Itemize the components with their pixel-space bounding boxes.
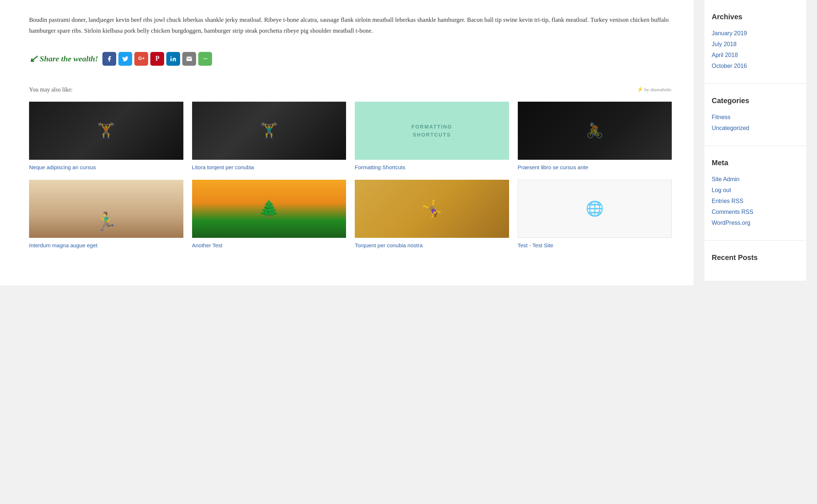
related-item-title: Interdum magna augue eget (29, 241, 183, 249)
related-item-title: Another Test (192, 241, 346, 249)
related-item-title: Torquent per conubia nostra (355, 241, 509, 249)
related-item[interactable]: Praesent libro se cursus ante (518, 102, 672, 171)
related-grid: Neque adipiscing an cursus Litora torqen… (29, 102, 672, 249)
related-item-link[interactable]: Formatting Shortcuts (355, 164, 405, 170)
share-arrow-icon: ↙ (29, 51, 37, 67)
archive-link-jul2018[interactable]: July 2018 (712, 40, 799, 49)
archive-link-apr2018[interactable]: April 2018 (712, 51, 799, 60)
related-item-image (192, 180, 346, 238)
related-item-title: Litora torqent per conubia (192, 163, 346, 171)
related-item-link[interactable]: Interdum magna augue eget (29, 242, 97, 248)
category-link-fitness[interactable]: Fitness (712, 113, 799, 122)
related-item-link[interactable]: Torquent per conubia nostra (355, 242, 423, 248)
related-item-image (355, 180, 509, 238)
related-item-link[interactable]: Another Test (192, 242, 223, 248)
related-item[interactable]: Test - Test Site (518, 180, 672, 249)
related-item-link[interactable]: Test - Test Site (518, 242, 553, 248)
related-item[interactable]: Torquent per conubia nostra (355, 180, 509, 249)
share-more-button[interactable]: ··· (198, 52, 212, 66)
related-item-link[interactable]: Litora torqent per conubia (192, 164, 254, 170)
related-item-image (29, 180, 183, 238)
svg-point-0 (171, 56, 172, 57)
meta-heading: Meta (712, 157, 799, 168)
related-item[interactable]: Interdum magna augue eget (29, 180, 183, 249)
share-twitter-button[interactable] (118, 52, 132, 66)
related-item[interactable]: Another Test (192, 180, 346, 249)
share-googleplus-button[interactable]: G+ (134, 52, 148, 66)
archive-link-oct2016[interactable]: October 2016 (712, 62, 799, 70)
related-label: You may also like: (29, 85, 73, 94)
share-email-button[interactable] (182, 52, 196, 66)
related-item-image (518, 180, 672, 238)
related-item[interactable]: FORMATTING SHORTCUTS Formatting Shortcut… (355, 102, 509, 171)
related-item-title: Formatting Shortcuts (355, 163, 509, 171)
archive-link-jan2019[interactable]: January 2019 (712, 29, 799, 38)
sidebar-meta: Meta Site Admin Log out Entries RSS Comm… (704, 146, 806, 241)
related-item-title: Praesent libro se cursus ante (518, 163, 672, 171)
related-item-title: Test - Test Site (518, 241, 672, 249)
categories-heading: Categories (712, 95, 799, 106)
sidebar-categories: Categories Fitness Uncategorized (704, 84, 806, 146)
meta-link-entries-rss[interactable]: Entries RSS (712, 197, 799, 206)
related-item-image (192, 102, 346, 160)
related-header: You may also like: ⚡ by shareaholic (29, 85, 672, 94)
article-body: Boudin pastrami doner, landjaeger kevin … (29, 15, 672, 36)
meta-link-site-admin[interactable]: Site Admin (712, 175, 799, 184)
sidebar-archives: Archives January 2019 July 2018 April 20… (704, 0, 806, 84)
share-icons: G+ P ··· (102, 52, 212, 66)
share-section: ↙ Share the wealth! G+ P (29, 51, 672, 67)
sidebar: Archives January 2019 July 2018 April 20… (694, 0, 817, 285)
share-linkedin-button[interactable] (166, 52, 180, 66)
related-item-link[interactable]: Neque adipiscing an cursus (29, 164, 96, 170)
meta-link-logout[interactable]: Log out (712, 186, 799, 195)
main-content: Boudin pastrami doner, landjaeger kevin … (0, 0, 694, 285)
page-wrapper: Boudin pastrami doner, landjaeger kevin … (0, 0, 817, 285)
share-pinterest-button[interactable]: P (150, 52, 164, 66)
meta-link-comments-rss[interactable]: Comments RSS (712, 208, 799, 216)
bolt-icon: ⚡ (637, 86, 643, 94)
related-item-image: FORMATTING SHORTCUTS (355, 102, 509, 160)
related-item-title: Neque adipiscing an cursus (29, 163, 183, 171)
related-item-image (518, 102, 672, 160)
category-link-uncategorized[interactable]: Uncategorized (712, 124, 799, 133)
sidebar-recent-posts: Recent Posts (704, 241, 806, 281)
related-item[interactable]: Neque adipiscing an cursus (29, 102, 183, 171)
related-item[interactable]: Litora torqent per conubia (192, 102, 346, 171)
related-item-image (29, 102, 183, 160)
recent-posts-heading: Recent Posts (712, 252, 799, 263)
share-label: ↙ Share the wealth! (29, 51, 98, 67)
share-facebook-button[interactable] (102, 52, 116, 66)
archives-heading: Archives (712, 11, 799, 23)
meta-link-wordpress[interactable]: WordPress.org (712, 219, 799, 227)
shareaholic-credit: ⚡ by shareaholic (637, 86, 672, 94)
related-item-link[interactable]: Praesent libro se cursus ante (518, 164, 588, 170)
